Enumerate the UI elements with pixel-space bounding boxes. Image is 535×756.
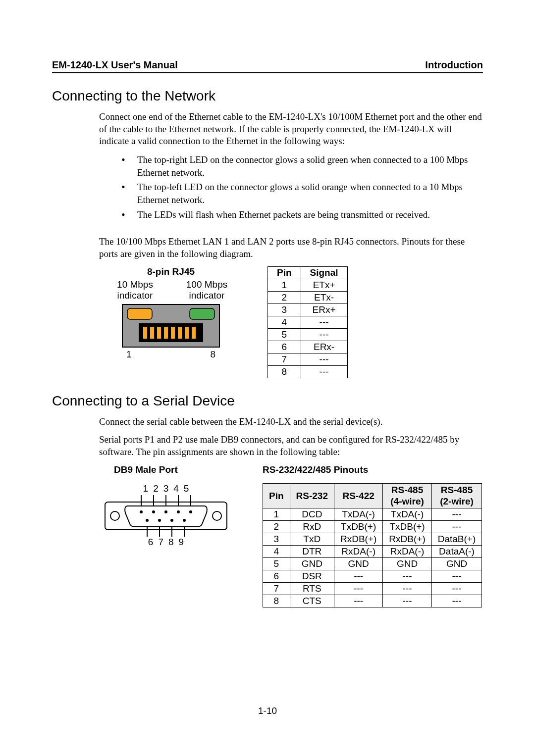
th-rs422: RS-422 <box>334 483 382 508</box>
db9-bottom-pin-numbers: 6 7 8 9 <box>99 537 233 548</box>
page-header: EM-1240-LX User's Manual Introduction <box>52 59 483 73</box>
table-row: 3ERx+ <box>268 303 348 316</box>
table-row: 2RxDTxDB(+)TxDB(+)--- <box>263 521 482 533</box>
table-row: 5GNDGNDGNDGND <box>263 558 482 570</box>
heading-connecting-serial: Connecting to a Serial Device <box>52 393 483 409</box>
rj45-th-pin: Pin <box>268 266 301 279</box>
table-row: 7--- <box>268 353 348 365</box>
svg-point-21 <box>152 510 155 513</box>
table-row: 8--- <box>268 365 348 378</box>
svg-point-20 <box>140 510 143 513</box>
header-manual-title: EM-1240-LX User's Manual <box>52 59 178 71</box>
rj45-pin-1-label: 1 <box>126 349 132 360</box>
svg-rect-9 <box>178 327 182 339</box>
table-row: 1DCDTxDA(-)TxDA(-)--- <box>263 508 482 521</box>
svg-point-24 <box>189 510 192 513</box>
svg-rect-8 <box>171 327 175 339</box>
rj45-intro-paragraph: The 10/100 Mbps Ethernet LAN 1 and LAN 2… <box>99 236 483 260</box>
svg-point-13 <box>110 511 119 520</box>
th-rs232: RS-232 <box>290 483 334 508</box>
svg-rect-5 <box>150 327 154 339</box>
rj45-led-labels: 10 Mbps indicator 100 Mbps indicator <box>99 279 243 302</box>
heading-connecting-network: Connecting to the Network <box>52 88 483 104</box>
svg-point-26 <box>158 519 161 522</box>
rj45-figure-row: 8-pin RJ45 10 Mbps indicator 100 Mbps in… <box>99 266 483 378</box>
page-number: 1-10 <box>0 706 535 716</box>
svg-rect-2 <box>190 308 214 319</box>
rj45-right-label-a: 100 Mbps <box>186 279 227 290</box>
pinout-table-title: RS-232/422/485 Pinouts <box>263 464 483 475</box>
rj45-connector-icon <box>121 303 220 348</box>
th-rs485-4wire: RS-485 (4-wire) <box>383 483 431 508</box>
table-row: 7RTS--------- <box>263 583 482 595</box>
db9-figure-row: DB9 Male Port 1 2 3 4 5 <box>99 464 483 608</box>
rj45-left-label-a: 10 Mbps <box>117 279 153 290</box>
serial-para-2: Serial ports P1 and P2 use male DB9 conn… <box>99 434 483 458</box>
table-row: 2ETx- <box>268 291 348 303</box>
serial-pinout-table: Pin RS-232 RS-422 RS-485 (4-wire) RS-485… <box>263 483 482 608</box>
db9-table-block: RS-232/422/485 Pinouts Pin RS-232 RS-422… <box>263 464 483 608</box>
svg-point-25 <box>146 519 149 522</box>
svg-point-27 <box>170 519 173 522</box>
network-intro-paragraph: Connect one end of the Ethernet cable to… <box>99 111 483 148</box>
svg-rect-1 <box>127 308 152 319</box>
rj45-pinout-table: Pin Signal 1ETx+ 2ETx- 3ERx+ 4--- 5--- 6… <box>268 266 348 378</box>
rj45-left-label-b: indicator <box>117 290 153 301</box>
db9-connector-icon <box>104 493 228 538</box>
rj45-pin-8-label: 8 <box>210 349 215 360</box>
table-row: 6ERx- <box>268 341 348 353</box>
rj45-diagram-block: 8-pin RJ45 10 Mbps indicator 100 Mbps in… <box>99 266 243 360</box>
table-row: 4--- <box>268 316 348 328</box>
svg-rect-10 <box>185 327 189 339</box>
svg-point-28 <box>183 519 186 522</box>
table-row: 6DSR--------- <box>263 570 482 583</box>
svg-rect-6 <box>157 327 161 339</box>
db9-top-pin-numbers: 1 2 3 4 5 <box>99 483 233 494</box>
header-section-title: Introduction <box>425 59 483 71</box>
rj45-pin-numbers: 1 8 <box>99 349 243 360</box>
network-led-list: The top-right LED on the connector glows… <box>121 153 483 221</box>
table-row: 8CTS--------- <box>263 595 482 607</box>
svg-point-14 <box>213 511 221 520</box>
svg-rect-7 <box>164 327 168 339</box>
th-pin: Pin <box>263 483 290 508</box>
rj45-th-signal: Signal <box>301 266 347 279</box>
svg-point-22 <box>164 510 167 513</box>
list-item: The top-left LED on the connector glows … <box>121 181 483 206</box>
list-item: The top-right LED on the connector glows… <box>121 153 483 179</box>
rj45-right-label-b: indicator <box>189 290 225 301</box>
rj45-title: 8-pin RJ45 <box>99 266 243 277</box>
serial-para-1: Connect the serial cable between the EM-… <box>99 416 483 428</box>
table-row: 3TxDRxDB(+)RxDB(+)DataB(+) <box>263 533 482 546</box>
table-row: 5--- <box>268 328 348 341</box>
table-row: 1ETx+ <box>268 279 348 291</box>
table-row: 4DTRRxDA(-)RxDA(-)DataA(-) <box>263 546 482 558</box>
svg-point-23 <box>177 510 180 513</box>
list-item: The LEDs will flash when Ethernet packet… <box>121 208 483 221</box>
db9-title: DB9 Male Port <box>114 464 233 475</box>
svg-rect-4 <box>143 327 147 339</box>
th-rs485-2wire: RS-485 (2-wire) <box>431 483 482 508</box>
svg-rect-11 <box>192 327 196 339</box>
db9-diagram-block: DB9 Male Port 1 2 3 4 5 <box>99 464 233 548</box>
